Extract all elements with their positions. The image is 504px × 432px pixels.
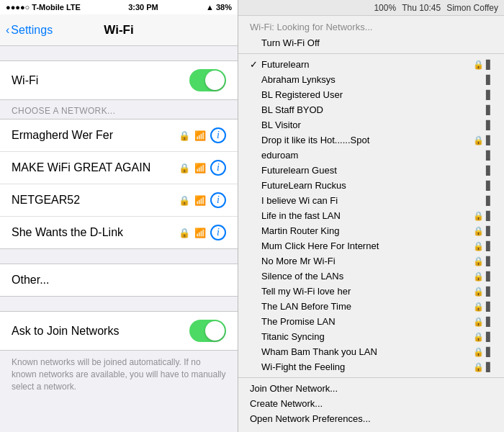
create-network-action[interactable]: Create Network... (238, 396, 504, 411)
network-name: The Promise LAN (261, 316, 473, 327)
lock-icon: 🔒 (473, 302, 484, 312)
lock-icon: 🔒 (473, 226, 484, 236)
lock-icon: 🔒 (473, 317, 484, 327)
mac-date: Thu 10:45 (402, 3, 441, 13)
wifi-signal-icon: ▋ (486, 362, 492, 372)
network-icons: 🔒 ▋ (473, 241, 492, 251)
network-icons: ▋ (486, 120, 492, 130)
list-item[interactable]: The LAN Before Time 🔒 ▋ (238, 299, 504, 314)
network-name: The LAN Before Time (261, 301, 473, 312)
network-icons: ▋ (486, 196, 492, 206)
other-network-section: Other... (0, 264, 238, 297)
network-icons: 🔒 ▋ (473, 317, 492, 327)
list-item[interactable]: Martin Router King 🔒 ▋ (238, 223, 504, 238)
network-name: Martin Router King (261, 225, 473, 236)
wifi-signal-icon: ▋ (486, 120, 492, 130)
network-name: She Wants the D-Link (12, 226, 123, 239)
ios-scroll-area[interactable]: Wi-Fi CHOOSE A NETWORK... Ermagherd Wer … (0, 46, 238, 432)
list-item[interactable]: I believe Wi can Fi ▋ (238, 193, 504, 208)
network-name: Drop it like its Hot......Spot (261, 135, 473, 145)
list-item[interactable]: Wham Bam Thank you LAN 🔒 ▋ (238, 344, 504, 359)
status-right: ▲ 38% (206, 3, 232, 12)
network-icons: 🔒 ▋ (473, 287, 492, 297)
list-item[interactable]: No More Mr Wi-Fi 🔒 ▋ (238, 253, 504, 269)
wifi-signal-icon: ▋ (486, 271, 492, 282)
ask-to-join-toggle[interactable] (189, 320, 226, 342)
looking-text: Wi-Fi: Looking for Networks... (250, 22, 373, 32)
wifi-signal-icon: ▋ (486, 105, 492, 115)
list-item[interactable]: eduroam ▋ (238, 148, 504, 163)
lock-icon: 🔒 (179, 130, 190, 141)
lock-icon: 🔒 (473, 347, 484, 357)
other-network-row[interactable]: Other... (0, 264, 238, 296)
list-item[interactable]: Mum Click Here For Internet 🔒 ▋ (238, 238, 504, 253)
list-item[interactable]: Abraham Lynksys ▋ (238, 72, 504, 87)
list-item[interactable]: The Promise LAN 🔒 ▋ (238, 314, 504, 329)
list-item[interactable]: Life in the fast LAN 🔒 ▋ (238, 208, 504, 223)
wifi-signal-icon: ▋ (486, 347, 492, 357)
table-row[interactable]: NETGEAR52 🔒 📶 i (0, 184, 238, 217)
wifi-signal-icon: ▋ (486, 287, 492, 297)
lock-icon: 🔒 (473, 362, 484, 372)
turn-wifi-off-item[interactable]: Turn Wi-Fi Off (238, 35, 504, 50)
lock-icon: 🔒 (473, 256, 484, 266)
wifi-signal-icon: ▋ (486, 256, 492, 266)
list-item[interactable]: BL Staff BYOD ▋ (238, 102, 504, 117)
network-name: BL Visitor (261, 120, 486, 130)
ios-nav-bar: ‹ Settings Wi-Fi (0, 14, 238, 46)
network-icons: 🔒 📶 i (179, 160, 226, 176)
back-button[interactable]: ‹ Settings (6, 24, 53, 37)
menu-separator (238, 53, 504, 54)
network-name: Silence of the LANs (261, 271, 473, 282)
network-name: BL Registered User (261, 89, 486, 100)
network-name: No More Mr Wi-Fi (261, 256, 473, 266)
join-other-network-action[interactable]: Join Other Network... (238, 381, 504, 396)
info-button[interactable]: i (210, 160, 226, 176)
list-item[interactable]: BL Registered User ▋ (238, 87, 504, 102)
table-row[interactable]: Ermagherd Wer Fer 🔒 📶 i (0, 120, 238, 152)
ask-to-join-section: Ask to Join Networks (0, 311, 238, 351)
mac-menu-bar: 100% Thu 10:45 Simon Coffey (238, 0, 504, 16)
list-item[interactable]: FutureLearn Ruckus ▋ (238, 178, 504, 193)
carrier-label: ●●●●○ T-Mobile (6, 3, 64, 12)
info-button[interactable]: i (210, 127, 226, 143)
list-item[interactable]: Drop it like its Hot......Spot 🔒 ▋ (238, 132, 504, 148)
info-button[interactable]: i (210, 225, 226, 240)
wifi-signal-icon: ▋ (486, 226, 492, 236)
list-item[interactable]: BL Visitor ▋ (238, 117, 504, 132)
table-row[interactable]: MAKE WiFi GREAT AGAIN 🔒 📶 i (0, 152, 238, 184)
list-item[interactable]: ✓ Futurelearn 🔒 ▋ (238, 57, 504, 72)
mac-wifi-menu: 100% Thu 10:45 Simon Coffey Wi-Fi: Looki… (238, 0, 504, 432)
table-row[interactable]: She Wants the D-Link 🔒 📶 i (0, 217, 238, 248)
info-button[interactable]: i (210, 192, 226, 208)
network-icons: ▋ (486, 90, 492, 100)
wifi-signal-icon: ▋ (486, 211, 492, 221)
wifi-signal-icon: ▋ (486, 75, 492, 85)
wifi-signal-icon: ▋ (486, 241, 492, 251)
wifi-signal-icon: ▋ (486, 90, 492, 100)
list-item[interactable]: Futurelearn Guest ▋ (238, 163, 504, 178)
network-icons: 🔒 ▋ (473, 256, 492, 266)
network-icons: 🔒 ▋ (473, 271, 492, 282)
network-name: Abraham Lynksys (261, 74, 486, 85)
wifi-signal-icon: ▋ (486, 181, 492, 191)
ios-settings-panel: ●●●●○ T-Mobile LTE 3:30 PM ▲ 38% ‹ Setti… (0, 0, 238, 432)
list-item[interactable]: Wi-Fight the Feeling 🔒 ▋ (238, 359, 504, 374)
wifi-percent: 100% (374, 3, 396, 13)
network-icons: ▋ (486, 75, 492, 85)
chevron-left-icon: ‹ (6, 24, 9, 37)
wifi-toggle-row: Wi-Fi (0, 61, 238, 99)
mac-network-dropdown[interactable]: Wi-Fi: Looking for Networks... Turn Wi-F… (238, 16, 504, 432)
wifi-icon: 📶 (194, 228, 206, 238)
wifi-icon: 📶 (194, 130, 206, 141)
footer-text: Known networks will be joined automatica… (0, 351, 238, 398)
wifi-signal-icon: ▋ (486, 317, 492, 327)
list-item[interactable]: Titanic Syncing 🔒 ▋ (238, 329, 504, 344)
lock-icon: 🔒 (473, 287, 484, 297)
wifi-signal-icon: ▋ (486, 166, 492, 176)
open-network-prefs-action[interactable]: Open Network Preferences... (238, 411, 504, 426)
wifi-toggle[interactable] (189, 69, 226, 91)
checkmark-icon: ✓ (250, 59, 261, 70)
list-item[interactable]: Tell my Wi-Fi love her 🔒 ▋ (238, 284, 504, 299)
list-item[interactable]: Silence of the LANs 🔒 ▋ (238, 269, 504, 284)
